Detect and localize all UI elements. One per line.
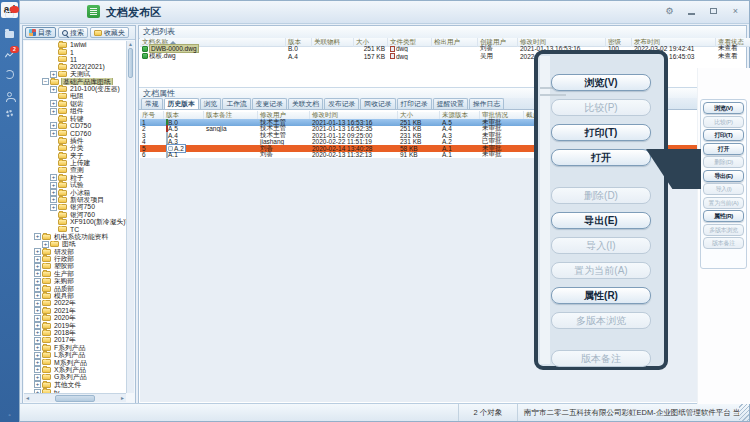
expander-icon[interactable]: + [34, 248, 41, 255]
tree-item[interactable]: +G系列产品 [24, 374, 126, 381]
expander-icon[interactable]: + [50, 204, 57, 211]
settings-icon[interactable]: ⚙ [664, 6, 675, 17]
props-tab[interactable]: 提醒设置 [433, 98, 468, 109]
tree-item[interactable]: +试验 [24, 181, 126, 188]
menu-item-zoomed[interactable]: 打印(T) [551, 124, 651, 141]
tree-item[interactable]: +F系列产品 [24, 344, 126, 351]
expander-icon[interactable]: + [50, 122, 57, 129]
menu-item-zoomed[interactable]: 版本备注 [551, 350, 651, 367]
tree-item[interactable]: +2020年 [24, 314, 126, 321]
props-tab[interactable]: 打印记录 [397, 98, 432, 109]
expander-icon[interactable]: + [34, 381, 41, 388]
user-icon[interactable] [4, 89, 15, 100]
tree-item[interactable]: +2019年 [24, 322, 126, 329]
tree-item[interactable]: +其他文件 [24, 381, 126, 388]
expander-icon[interactable]: + [34, 263, 41, 270]
expander-icon[interactable]: + [42, 241, 49, 248]
tree-item[interactable]: 2022(2021) [24, 63, 126, 70]
tree-item[interactable]: 上传建 [24, 159, 126, 166]
expander-icon[interactable]: + [50, 108, 57, 115]
activity-icon[interactable]: 2 [4, 49, 15, 60]
tree-item[interactable]: 1wiwi [24, 41, 126, 48]
props-tab[interactable]: 工作流 [222, 98, 250, 109]
tree-item[interactable]: +行政部 [24, 255, 126, 262]
expander-icon[interactable]: + [50, 86, 57, 93]
tree-item[interactable]: +模具部 [24, 292, 126, 299]
tree-item[interactable]: +M系列产品 [24, 359, 126, 366]
expander-icon[interactable]: + [50, 196, 57, 203]
tree-item[interactable]: +L系列产品 [24, 351, 126, 358]
expander-icon[interactable]: + [50, 71, 57, 78]
props-tab[interactable]: 操作日志 [469, 98, 504, 109]
expander-icon[interactable]: + [34, 307, 41, 314]
tree-item[interactable]: +X系列产品 [24, 366, 126, 373]
tree-item[interactable]: 银河760 [24, 211, 126, 218]
close-icon[interactable]: × [730, 6, 741, 17]
expander-icon[interactable]: + [34, 352, 41, 359]
tree-item[interactable]: 插件 [24, 137, 126, 144]
tree-item[interactable]: +2017年 [24, 337, 126, 344]
menu-item[interactable]: 属性(R) [703, 210, 744, 222]
expander-icon[interactable]: + [50, 182, 57, 189]
menu-item-zoomed[interactable]: 打开 [551, 149, 651, 166]
tab-directory[interactable]: 目录 [25, 27, 56, 38]
menu-item[interactable]: 导入(I) [703, 183, 744, 195]
menu-item-zoomed[interactable]: 属性(R) [551, 287, 651, 304]
resize-grip-icon[interactable] [739, 404, 749, 421]
menu-item[interactable]: 多版本浏览 [703, 224, 744, 236]
props-tab[interactable]: 关联文档 [288, 98, 323, 109]
props-tab[interactable]: 历史版本 [164, 98, 199, 109]
menu-item[interactable]: 置为当前(A) [703, 197, 744, 209]
tab-favorites[interactable]: 收藏夹 [90, 27, 129, 38]
expander-icon[interactable]: + [34, 256, 41, 263]
props-tab[interactable]: 变更记录 [252, 98, 287, 109]
sync-icon[interactable] [4, 69, 15, 80]
expander-icon[interactable]: + [34, 366, 41, 373]
tree-item[interactable]: 1 [24, 48, 126, 55]
menu-item-zoomed[interactable]: 比较(P) [551, 99, 651, 116]
tree-item[interactable]: +锯齿 [24, 100, 126, 107]
props-tab[interactable]: 回收记录 [360, 98, 395, 109]
expander-icon[interactable]: + [50, 189, 57, 196]
tree-vertical-scrollbar[interactable]: ▲ [126, 41, 134, 393]
expander-icon[interactable]: + [50, 130, 57, 137]
tree-item[interactable]: +2022年 [24, 300, 126, 307]
tree-item[interactable]: +银河750 [24, 204, 126, 211]
tree-item[interactable]: +2018年 [24, 329, 126, 336]
expander-icon[interactable]: + [50, 100, 57, 107]
tree-item[interactable]: TC [24, 226, 126, 233]
expander-icon[interactable]: + [34, 315, 41, 322]
menu-item[interactable]: 打开 [703, 143, 744, 155]
tree-item[interactable]: −基础产品库图纸 [24, 78, 126, 85]
tree-item[interactable]: +组件 [24, 108, 126, 115]
tree-item[interactable]: +小冰箱 [24, 189, 126, 196]
expander-icon[interactable]: + [34, 285, 41, 292]
menu-item[interactable]: 打印(T) [703, 129, 744, 141]
props-tab[interactable]: 发布记录 [324, 98, 359, 109]
expander-icon[interactable]: + [34, 233, 41, 240]
tree-item[interactable]: 夹子 [24, 152, 126, 159]
tree-item[interactable]: +粒子 [24, 174, 126, 181]
menu-item[interactable]: 版本备注 [703, 237, 744, 249]
tree-item[interactable]: +图纸 [24, 241, 126, 248]
tree-item[interactable]: 转键 [24, 115, 126, 122]
tree-item[interactable]: 电阻 [24, 93, 126, 100]
menu-item[interactable]: 浏览(V) [703, 102, 744, 114]
expander-icon[interactable]: + [34, 322, 41, 329]
sidebar-bottom-icon[interactable]: ▫ [0, 412, 19, 418]
tree-item[interactable]: +2021年 [24, 307, 126, 314]
menu-item[interactable]: 删除(D) [703, 156, 744, 168]
tree-item[interactable]: +采购部 [24, 278, 126, 285]
expander-icon[interactable]: + [34, 292, 41, 299]
tree-item[interactable]: +CD760 [24, 130, 126, 137]
tree-item[interactable]: XF9100(新冷凝头)V2.0 图纸 [24, 218, 126, 225]
tree-item[interactable]: +生产部 [24, 270, 126, 277]
tree-item[interactable]: 11 [24, 56, 126, 63]
menu-item-zoomed[interactable]: 删除(D) [551, 187, 651, 204]
minimize-icon[interactable] [686, 6, 697, 17]
tree-item[interactable]: +塑胶部 [24, 263, 126, 270]
gear-icon[interactable] [4, 109, 15, 120]
menu-item-zoomed[interactable]: 多版本浏览 [551, 312, 651, 329]
tree-item[interactable]: +研发部 [24, 248, 126, 255]
props-tab[interactable]: 浏览 [200, 98, 222, 109]
